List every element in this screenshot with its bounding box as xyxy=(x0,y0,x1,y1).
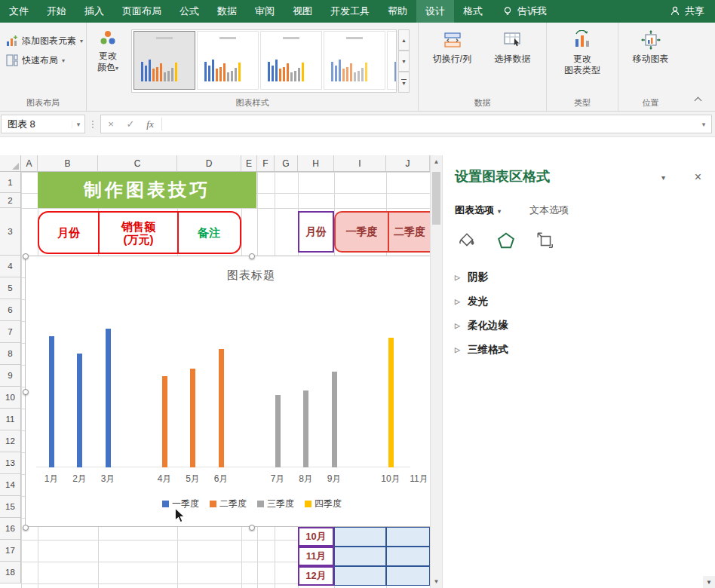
cell-banner[interactable]: 制作图表技巧 xyxy=(38,172,256,208)
name-box-dropdown-icon[interactable]: ▾ xyxy=(72,121,84,128)
bar-三季度-8月[interactable] xyxy=(303,390,308,467)
row-header-16[interactable]: 16 xyxy=(0,518,21,540)
cell-empty-q2[interactable] xyxy=(386,566,430,586)
tab-设计[interactable]: 设计 xyxy=(416,0,454,23)
chart-object[interactable]: 图表标题 1月2月3月4月5月6月7月8月9月10月11月 一季度二季度三季度四… xyxy=(25,256,430,527)
row-header-4[interactable]: 4 xyxy=(0,256,21,277)
column-header-B[interactable]: B xyxy=(38,155,98,172)
gallery-scroll-up-button[interactable]: ▲ xyxy=(398,29,410,51)
tab-视图[interactable]: 视图 xyxy=(284,0,321,23)
legend-二季度[interactable]: 二季度 xyxy=(210,498,247,510)
row-header-1[interactable]: 1 xyxy=(0,172,21,193)
section-阴影[interactable]: ▷阴影 xyxy=(443,265,715,289)
fill-line-icon[interactable] xyxy=(458,231,476,253)
cancel-button[interactable]: × xyxy=(101,118,121,130)
tab-插入[interactable]: 插入 xyxy=(75,0,113,23)
row-header-15[interactable]: 15 xyxy=(0,496,21,518)
formula-bar-splitter[interactable] xyxy=(87,121,98,128)
row-header-12[interactable]: 12 xyxy=(0,430,21,452)
chart-legend[interactable]: 一季度二季度三季度四季度 xyxy=(26,498,430,510)
pane-close-icon[interactable]: × xyxy=(695,170,701,184)
select-data-button[interactable]: 选择数据 xyxy=(485,30,541,65)
bar-二季度-6月[interactable] xyxy=(219,349,224,467)
column-header-C[interactable]: C xyxy=(98,155,177,172)
row-header-8[interactable]: 8 xyxy=(0,343,21,365)
scrollbar-down-button[interactable]: ▼ xyxy=(431,575,442,588)
formula-input[interactable] xyxy=(164,115,696,133)
gallery-more-button[interactable]: ▼ xyxy=(398,72,410,93)
add-chart-element-button[interactable]: 添加图表元素 ▾ xyxy=(6,31,83,51)
bar-二季度-4月[interactable] xyxy=(162,376,167,468)
tab-页面布局[interactable]: 页面布局 xyxy=(113,0,170,23)
section-三维格式[interactable]: ▷三维格式 xyxy=(443,338,715,362)
cell-note-header[interactable]: 备注 xyxy=(177,213,239,253)
cell-month-10月[interactable]: 10月 xyxy=(298,527,334,547)
cell-quarter-1[interactable]: 一季度 xyxy=(336,213,388,251)
tab-帮助[interactable]: 帮助 xyxy=(379,0,416,23)
chart-style-thumbnail-1[interactable] xyxy=(133,31,195,90)
row-header-9[interactable]: 9 xyxy=(0,365,21,387)
cell-sales-header[interactable]: 销售额(万元) xyxy=(98,213,177,253)
legend-三季度[interactable]: 三季度 xyxy=(257,498,294,510)
collapse-ribbon-button[interactable] xyxy=(689,93,706,105)
gallery-scroll-down-button[interactable]: ▼ xyxy=(398,51,410,72)
row-header-5[interactable]: 5 xyxy=(0,277,21,299)
scrollbar-thumb[interactable] xyxy=(432,172,440,225)
insert-function-button[interactable]: fx xyxy=(140,118,160,130)
effects-icon[interactable] xyxy=(497,231,515,253)
tab-开发工具[interactable]: 开发工具 xyxy=(321,0,379,23)
chart-style-thumbnail-3[interactable] xyxy=(260,31,322,90)
change-chart-type-button[interactable]: 更改 图表类型 xyxy=(554,30,610,76)
sheet-vertical-scrollbar[interactable]: ▲ ▼ xyxy=(430,155,442,588)
bar-三季度-9月[interactable] xyxy=(332,372,337,467)
name-box[interactable]: 图表 8 ▾ xyxy=(1,115,85,133)
row-header-13[interactable]: 13 xyxy=(0,452,21,474)
chart-plot-area[interactable] xyxy=(26,256,412,467)
column-header-A[interactable]: A xyxy=(21,155,38,172)
pane-tab-图表选项[interactable]: 图表选项▾ xyxy=(455,204,501,217)
row-header-10[interactable]: 10 xyxy=(0,387,21,409)
sheet-canvas[interactable]: 制作图表技巧 月份 销售额(万元) 备注 月份 一季度二季度 图表标题 1月2月… xyxy=(0,155,430,588)
cell-month-11月[interactable]: 11月 xyxy=(298,547,334,566)
section-发光[interactable]: ▷发光 xyxy=(443,289,715,314)
cell-month-12月[interactable]: 12月 xyxy=(298,566,334,586)
tab-格式[interactable]: 格式 xyxy=(454,0,492,23)
resize-handle-top-left[interactable] xyxy=(23,253,29,259)
column-header-F[interactable]: F xyxy=(257,155,275,172)
cell-empty-q1[interactable] xyxy=(334,566,386,586)
resize-handle-bottom-left[interactable] xyxy=(23,525,29,531)
cell-empty-q2[interactable] xyxy=(386,527,430,547)
chart-style-thumbnail-4[interactable] xyxy=(324,31,385,90)
tab-公式[interactable]: 公式 xyxy=(170,0,208,23)
row-header-11[interactable]: 11 xyxy=(0,409,21,430)
resize-handle-middle-left[interactable] xyxy=(23,389,29,395)
row-header-18[interactable]: 18 xyxy=(0,562,21,583)
select-all-corner[interactable] xyxy=(0,155,21,172)
bar-一季度-3月[interactable] xyxy=(106,329,111,467)
column-header-I[interactable]: I xyxy=(334,155,386,172)
column-header-H[interactable]: H xyxy=(298,155,334,172)
tell-me-button[interactable]: 告诉我 xyxy=(502,0,547,23)
tab-数据[interactable]: 数据 xyxy=(208,0,246,23)
pane-scroll-down-button[interactable]: ▼ xyxy=(703,576,715,588)
pane-menu-dropdown-icon[interactable]: ▾ xyxy=(661,173,665,182)
row-header-17[interactable]: 17 xyxy=(0,540,21,562)
section-柔化边缘[interactable]: ▷柔化边缘 xyxy=(443,314,715,338)
share-button[interactable]: 共享 xyxy=(659,0,715,23)
row-header-14[interactable]: 14 xyxy=(0,474,21,496)
bar-四季度-10月[interactable] xyxy=(388,338,394,468)
chart-style-thumbnail-5[interactable] xyxy=(387,31,397,90)
quick-layout-button[interactable]: 快速布局 ▾ xyxy=(6,51,83,70)
bar-三季度-7月[interactable] xyxy=(275,395,281,467)
cell-empty-q2[interactable] xyxy=(386,547,430,566)
bar-一季度-1月[interactable] xyxy=(49,336,54,467)
bar-一季度-2月[interactable] xyxy=(77,354,82,467)
tab-审阅[interactable]: 审阅 xyxy=(246,0,284,23)
expand-formula-bar-icon[interactable]: ▾ xyxy=(696,121,711,128)
cell-month-header[interactable]: 月份 xyxy=(39,213,98,253)
switch-row-col-button[interactable]: 切换行/列 xyxy=(425,30,480,65)
cell-empty-q1[interactable] xyxy=(334,547,386,566)
column-header-J[interactable]: J xyxy=(386,155,430,172)
legend-四季度[interactable]: 四季度 xyxy=(305,498,342,510)
resize-handle-top-center[interactable] xyxy=(249,253,255,259)
